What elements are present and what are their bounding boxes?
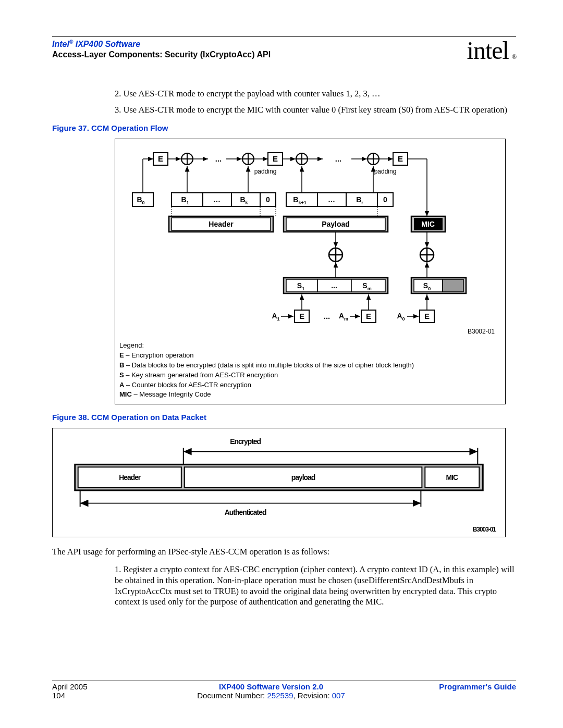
svg-text:Encrypted: Encrypted	[230, 437, 261, 446]
svg-text:E: E	[366, 312, 371, 320]
figure-37-diagram: E ... E	[119, 143, 500, 336]
figure-37-legend: Legend: E – Encryption operation B – Dat…	[119, 341, 501, 400]
svg-text:padding: padding	[374, 168, 397, 175]
figure-37-caption: Figure 37. CCM Operation Flow	[52, 124, 516, 132]
svg-text:A1: A1	[272, 312, 279, 322]
page-header: Intel® IXP400 Software Access-Layer Comp…	[52, 39, 516, 68]
doc-title-line1: Intel® IXP400 Software	[52, 39, 271, 49]
svg-text:Authenticated: Authenticated	[225, 509, 266, 517]
footer-version: IXP400 Software Version 2.0	[130, 682, 412, 691]
svg-rect-89	[443, 279, 463, 292]
svg-text:Header: Header	[209, 220, 234, 228]
figure-38-box: Encrypted Header payload MIC Authenticat…	[52, 428, 506, 537]
svg-text:B3003-01: B3003-01	[473, 526, 497, 533]
figure-37-box: E ... E	[115, 139, 506, 404]
svg-text:E: E	[398, 154, 403, 163]
svg-text:0: 0	[266, 195, 270, 204]
footer-date: April 2005	[52, 682, 130, 691]
svg-text:MIC: MIC	[446, 473, 458, 482]
footer-page-num: 104	[52, 691, 130, 700]
step-3: 3. Use AES-CTR mode to encrypt the MIC w…	[115, 105, 516, 116]
svg-text:payload: payload	[291, 473, 315, 482]
b-row: B0 B1 … Bk 0 Bk+1 … Br 0	[132, 193, 393, 206]
page-footer: April 2005 104 IXP400 Software Version 2…	[52, 681, 516, 700]
svg-text:E: E	[273, 154, 278, 163]
list-item-1: 1. Register a crypto context for AES-CBC…	[115, 564, 516, 608]
svg-text:E: E	[424, 312, 430, 320]
svg-text:E: E	[158, 154, 163, 163]
svg-text:MIC: MIC	[421, 220, 435, 228]
svg-text:...: ...	[324, 312, 331, 320]
svg-text:...: ...	[331, 281, 337, 290]
figure-38-caption: Figure 38. CCM Operation on Data Packet	[52, 413, 516, 422]
header-rule	[52, 36, 516, 37]
body-steps: 2. Use AES-CTR mode to encrypt the paylo…	[115, 89, 516, 115]
para-api-usage: The API usage for performing an IPSec-st…	[52, 547, 516, 557]
footer-guide: Programmer's Guide	[412, 682, 516, 691]
footer-docnum: Document Number: 252539, Revision: 007	[130, 691, 412, 700]
doc-title-line2: Access-Layer Components: Security (IxCry…	[52, 50, 271, 59]
figure-38-diagram: Encrypted Header payload MIC Authenticat…	[53, 428, 505, 537]
intel-logo: intel®	[467, 36, 516, 65]
svg-text:…: …	[328, 195, 335, 204]
svg-text:padding: padding	[254, 168, 277, 175]
step-2: 2. Use AES-CTR mode to encrypt the paylo…	[115, 89, 516, 100]
svg-text:...: ...	[335, 154, 342, 163]
svg-text:Header: Header	[119, 473, 141, 482]
svg-text:Am: Am	[339, 312, 348, 322]
svg-text:B3002-01: B3002-01	[468, 328, 495, 335]
svg-text:A0: A0	[397, 312, 405, 322]
svg-text:...: ...	[215, 154, 222, 163]
svg-text:…: …	[213, 195, 221, 204]
svg-text:E: E	[299, 312, 304, 320]
svg-text:0: 0	[383, 195, 387, 204]
svg-text:Payload: Payload	[322, 220, 350, 228]
